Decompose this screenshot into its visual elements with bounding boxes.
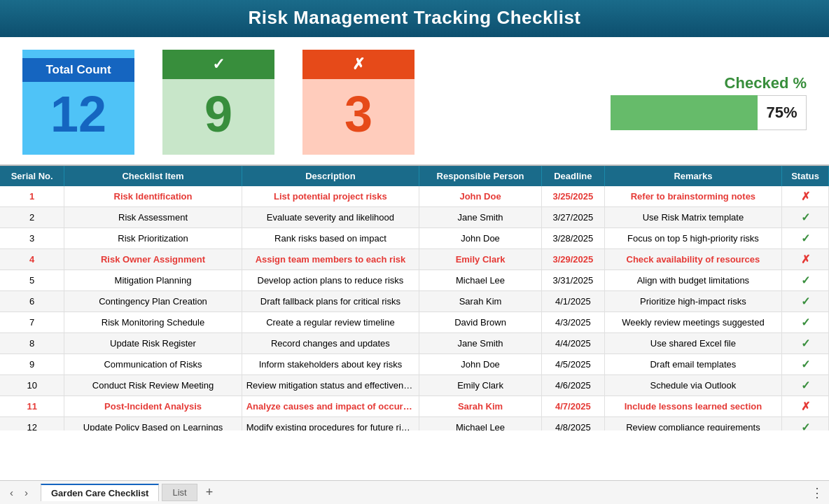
x-card: ✗ 3 <box>302 50 415 155</box>
table-cell: Sarah Kim <box>419 396 542 417</box>
table-cell: Emily Clark <box>419 249 542 270</box>
table-cell: Mitigation Planning <box>64 270 242 291</box>
table-cell: 3/31/2025 <box>541 270 604 291</box>
pct-card: Checked % 75% <box>611 74 807 130</box>
table-cell: Risk Assessment <box>64 207 242 228</box>
table-row: 12Update Policy Based on LearningsModify… <box>0 417 829 431</box>
table-row: 6Contingency Plan CreationDraft fallback… <box>0 291 829 312</box>
tab-next-arrow[interactable]: › <box>20 485 32 500</box>
col-desc: Description <box>242 166 419 186</box>
table-cell: ✓ <box>782 270 829 291</box>
table-header: Serial No. Checklist Item Description Re… <box>0 166 829 186</box>
total-count-label: Total Count <box>22 58 134 82</box>
table-cell: 3/28/2025 <box>541 228 604 249</box>
table-cell: 4/3/2025 <box>541 312 604 333</box>
table-cell: 8 <box>0 333 64 354</box>
table-cell: Draft email templates <box>604 354 781 375</box>
table-cell: 4/1/2025 <box>541 291 604 312</box>
table-cell: Inform stakeholders about key risks <box>242 354 419 375</box>
table-cell: 3/27/2025 <box>541 207 604 228</box>
table-cell: ✗ <box>782 249 829 270</box>
table-cell: 4/8/2025 <box>541 417 604 431</box>
table-cell: ✓ <box>782 207 829 228</box>
table-cell: Evaluate severity and likelihood <box>242 207 419 228</box>
table-cell: Modify existing procedures for future ri… <box>242 417 419 431</box>
x-icon-bar: ✗ <box>302 50 415 79</box>
table-cell: 3 <box>0 228 64 249</box>
table-cell: Review mitigation status and effectivene… <box>242 375 419 396</box>
table-cell: Sarah Kim <box>419 291 542 312</box>
table-row: 4Risk Owner AssignmentAssign team member… <box>0 249 829 270</box>
table-cell: 7 <box>0 312 64 333</box>
tab-add-button[interactable]: + <box>200 485 219 500</box>
total-count-value: 12 <box>50 82 106 146</box>
col-person: Responsible Person <box>419 166 542 186</box>
table-row: 2Risk AssessmentEvaluate severity and li… <box>0 207 829 228</box>
tab-bar: ‹ › Garden Care Checklist List + ⋮ <box>0 480 829 504</box>
table-cell: 4/4/2025 <box>541 333 604 354</box>
table-cell: 1 <box>0 186 64 207</box>
table-cell: 4/5/2025 <box>541 354 604 375</box>
table-cell: Update Risk Register <box>64 333 242 354</box>
col-status: Status <box>782 166 829 186</box>
table-cell: List potential project risks <box>242 186 419 207</box>
table-cell: Contingency Plan Creation <box>64 291 242 312</box>
col-remarks: Remarks <box>604 166 781 186</box>
table-cell: Risk Monitoring Schedule <box>64 312 242 333</box>
table-cell: Prioritize high-impact risks <box>604 291 781 312</box>
table-cell: Create a regular review timeline <box>242 312 419 333</box>
table-cell: ✗ <box>782 186 829 207</box>
table-row: 9Communication of RisksInform stakeholde… <box>0 354 829 375</box>
table-cell: 12 <box>0 417 64 431</box>
table-cell: Michael Lee <box>419 270 542 291</box>
table-row: 11Post-Incident AnalysisAnalyze causes a… <box>0 396 829 417</box>
header-title: Risk Management Tracking Checklist <box>248 7 580 28</box>
check-card: ✓ 9 <box>162 50 274 155</box>
x-value: 3 <box>344 79 372 139</box>
table-cell: Develop action plans to reduce risks <box>242 270 419 291</box>
table-cell: Risk Owner Assignment <box>64 249 242 270</box>
table-row: 8Update Risk RegisterRecord changes and … <box>0 333 829 354</box>
table-cell: Align with budget limitations <box>604 270 781 291</box>
checklist-table: Serial No. Checklist Item Description Re… <box>0 166 829 430</box>
table-cell: Michael Lee <box>419 417 542 431</box>
table-cell: Risk Prioritization <box>64 228 242 249</box>
table-cell: ✓ <box>782 291 829 312</box>
tab-menu-button[interactable]: ⋮ <box>811 485 823 500</box>
table-cell: John Doe <box>419 228 542 249</box>
table-cell: Update Policy Based on Learnings <box>64 417 242 431</box>
tab-active[interactable]: Garden Care Checklist <box>41 484 159 501</box>
table-row: 1Risk IdentificationList potential proje… <box>0 186 829 207</box>
table-cell: David Brown <box>419 312 542 333</box>
table-cell: ✗ <box>782 396 829 417</box>
table-cell: Conduct Risk Review Meeting <box>64 375 242 396</box>
col-serial: Serial No. <box>0 166 64 186</box>
table-cell: Include lessons learned section <box>604 396 781 417</box>
tab-prev-arrow[interactable]: ‹ <box>6 485 18 500</box>
table-cell: Focus on top 5 high-priority risks <box>604 228 781 249</box>
table-cell: 4/7/2025 <box>541 396 604 417</box>
check-value: 9 <box>204 79 232 139</box>
table-cell: 3/29/2025 <box>541 249 604 270</box>
total-count-card: Total Count 12 <box>22 50 134 155</box>
table-wrapper: Serial No. Checklist Item Description Re… <box>0 164 829 430</box>
table-cell: 4/6/2025 <box>541 375 604 396</box>
table-cell: 11 <box>0 396 64 417</box>
table-body: 1Risk IdentificationList potential proje… <box>0 186 829 430</box>
table-cell: 3/25/2025 <box>541 186 604 207</box>
table-cell: Check availability of resources <box>604 249 781 270</box>
col-item: Checklist Item <box>64 166 242 186</box>
check-icon-bar: ✓ <box>162 50 274 79</box>
table-cell: ✓ <box>782 354 829 375</box>
table-cell: Communication of Risks <box>64 354 242 375</box>
table-cell: Risk Identification <box>64 186 242 207</box>
table-cell: Use Risk Matrix template <box>604 207 781 228</box>
table-row: 3Risk PrioritizationRank risks based on … <box>0 228 829 249</box>
table-cell: John Doe <box>419 354 542 375</box>
table-cell: Post-Incident Analysis <box>64 396 242 417</box>
table-cell: Schedule via Outlook <box>604 375 781 396</box>
table-cell: Rank risks based on impact <box>242 228 419 249</box>
table-row: 7Risk Monitoring ScheduleCreate a regula… <box>0 312 829 333</box>
pct-green-fill <box>611 95 758 130</box>
tab-inactive-list[interactable]: List <box>162 484 197 501</box>
